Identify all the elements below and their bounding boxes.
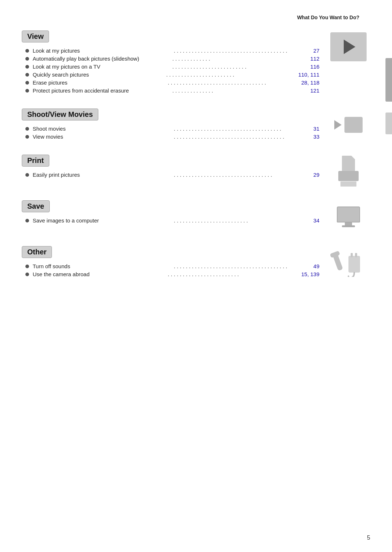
header-title: What Do You Want to Do? [297, 15, 359, 20]
list-item: Use the camera abroad . . . . . . . . . … [25, 271, 319, 277]
bullet-icon [25, 265, 29, 268]
section-print: Print Easily print pictures . . . . . . … [22, 155, 370, 187]
leader-row: Easily print pictures . . . . . . . . . … [33, 172, 319, 178]
svg-rect-3 [351, 253, 353, 257]
page-ref[interactable]: 31 [313, 126, 319, 132]
monitor-icon [337, 207, 360, 222]
svg-rect-4 [355, 253, 357, 257]
list-item: Erase pictures . . . . . . . . . . . . .… [25, 79, 319, 86]
leader-row: Use the camera abroad . . . . . . . . . … [33, 271, 319, 277]
print-paper-icon [340, 181, 356, 187]
section-movies-heading: Shoot/View Movies [22, 109, 98, 120]
section-print-content: Print Easily print pictures . . . . . . … [22, 155, 319, 180]
printer-body-icon [338, 171, 359, 181]
wrench-plug-icon [330, 248, 367, 277]
bullet-icon [25, 57, 29, 61]
section-save-list: Save images to a computer . . . . . . . … [22, 217, 319, 224]
section-view: View Look at my pictures . . . . . . . .… [22, 30, 370, 95]
monitor-base-icon [342, 225, 355, 227]
bullet-icon [25, 219, 29, 222]
document-icon [342, 156, 355, 171]
section-save-heading: Save [22, 200, 50, 212]
item-text: Easily print pictures [33, 172, 172, 178]
list-item: View movies . . . . . . . . . . . . . . … [25, 134, 319, 140]
item-text: Shoot movies [33, 126, 172, 132]
item-text: Erase pictures [33, 79, 166, 86]
page-ref[interactable]: 121 [310, 87, 319, 94]
page-number: 5 [367, 535, 370, 541]
section-view-heading: View [22, 30, 49, 42]
section-view-content: View Look at my pictures . . . . . . . .… [22, 30, 319, 95]
list-item: Quickly search pictures . . . . . . . . … [25, 71, 319, 78]
save-section-icon [327, 200, 370, 233]
item-text: Look at my pictures [33, 48, 172, 54]
leader-row: Look at my pictures on a TV . . . . . . … [33, 64, 319, 70]
page-ref[interactable]: 33 [313, 134, 319, 140]
leader-row: Protect pictures from accidental erasure… [33, 87, 319, 94]
section-other-list: Turn off sounds . . . . . . . . . . . . … [22, 263, 319, 277]
leader-row: Quickly search pictures . . . . . . . . … [33, 71, 319, 78]
leader-dots: . . . . . . . . . . . . . . . . . . . . … [171, 64, 309, 70]
play-icon [330, 32, 367, 61]
leader-dots: . . . . . . . . . . . . . . . . . . . . … [166, 271, 300, 277]
bullet-icon [25, 81, 29, 85]
svg-rect-2 [348, 256, 360, 273]
other-section-icon [327, 246, 370, 279]
section-other-heading: Other [22, 246, 52, 258]
section-movies-list: Shoot movies . . . . . . . . . . . . . .… [22, 126, 319, 140]
list-item: Look at my pictures on a TV . . . . . . … [25, 64, 319, 70]
section-print-heading: Print [22, 155, 49, 167]
bullet-icon [25, 135, 29, 139]
movie-icon [334, 117, 363, 133]
item-text: View movies [33, 134, 172, 140]
leader-row: Erase pictures . . . . . . . . . . . . .… [33, 79, 319, 86]
section-movies-content: Shoot/View Movies Shoot movies . . . . .… [22, 109, 319, 142]
leader-dots: . . . . . . . . . . . . . [171, 56, 309, 62]
item-text: Protect pictures from accidental erasure [33, 87, 171, 94]
page-ref[interactable]: 28, 118 [301, 79, 319, 86]
list-item: Easily print pictures . . . . . . . . . … [25, 172, 319, 178]
list-item: Automatically play back pictures (slides… [25, 56, 319, 62]
bullet-icon [25, 127, 29, 131]
bullet-icon [25, 73, 29, 77]
leader-dots: . . . . . . . . . . . . . . . . . . . . … [172, 48, 312, 54]
list-item: Shoot movies . . . . . . . . . . . . . .… [25, 126, 319, 132]
page-ref[interactable]: 110, 111 [298, 71, 319, 78]
movie-rect-icon [344, 117, 363, 133]
computer-icon [337, 207, 360, 227]
leader-row: Turn off sounds . . . . . . . . . . . . … [33, 263, 319, 269]
page-container: What Do You Want to Do? View Look at my … [0, 0, 392, 552]
page-ref[interactable]: 27 [313, 48, 319, 54]
right-tab-2 [385, 113, 392, 134]
section-print-list: Easily print pictures . . . . . . . . . … [22, 172, 319, 178]
item-text: Use the camera abroad [33, 271, 166, 277]
leader-dots: . . . . . . . . . . . . . . . . . . . . … [165, 71, 297, 78]
leader-dots: . . . . . . . . . . . . . . . . . . . . … [166, 79, 300, 86]
item-text: Save images to a computer [33, 217, 172, 224]
movie-play-triangle-icon [334, 120, 342, 130]
right-tab-1 [385, 58, 392, 102]
bullet-icon [25, 89, 29, 93]
section-save-content: Save Save images to a computer . . . . .… [22, 200, 319, 225]
list-item: Save images to a computer . . . . . . . … [25, 217, 319, 224]
leader-dots: . . . . . . . . . . . . . . . . . . . . … [172, 217, 312, 224]
bullet-icon [25, 273, 29, 276]
leader-row: Save images to a computer . . . . . . . … [33, 217, 319, 224]
leader-row: Shoot movies . . . . . . . . . . . . . .… [33, 126, 319, 132]
page-ref[interactable]: 116 [310, 64, 319, 70]
item-text: Automatically play back pictures (slides… [33, 56, 171, 62]
page-ref[interactable]: 15, 139 [301, 271, 319, 277]
list-item: Turn off sounds . . . . . . . . . . . . … [25, 263, 319, 269]
page-ref[interactable]: 49 [313, 263, 319, 269]
section-other: Other Turn off sounds . . . . . . . . . … [22, 246, 370, 279]
list-item: Look at my pictures . . . . . . . . . . … [25, 48, 319, 54]
leader-dots: . . . . . . . . . . . . . . [171, 87, 309, 94]
leader-row: Look at my pictures . . . . . . . . . . … [33, 48, 319, 54]
item-text: Turn off sounds [33, 263, 172, 269]
page-ref[interactable]: 112 [310, 56, 319, 62]
page-ref[interactable]: 29 [313, 172, 319, 178]
leader-dots: . . . . . . . . . . . . . . . . . . . . … [172, 126, 312, 132]
leader-dots: . . . . . . . . . . . . . . . . . . . . … [172, 172, 312, 178]
section-save: Save Save images to a computer . . . . .… [22, 200, 370, 233]
page-ref[interactable]: 34 [313, 217, 319, 224]
